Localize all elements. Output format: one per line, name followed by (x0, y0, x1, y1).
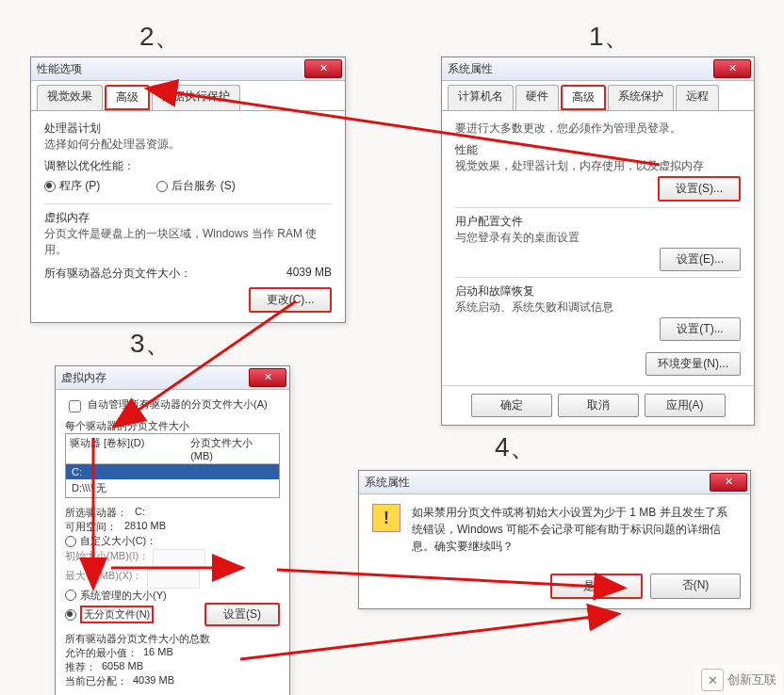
dialog-title: 系统属性 (448, 61, 493, 77)
set-button[interactable]: 设置(S) (204, 603, 280, 626)
titlebar: 虚拟内存 ✕ (56, 366, 289, 390)
max-size-label: 最大值(MB)(X)： (65, 569, 143, 589)
tab-advanced[interactable]: 高级 (105, 85, 150, 110)
close-icon[interactable]: ✕ (710, 473, 747, 492)
adjust-label: 调整以优化性能： (44, 158, 332, 174)
watermark-text: 创新互联 (727, 671, 776, 688)
cur-label: 当前已分配： (65, 674, 127, 688)
col-drive: 驱动器 [卷标](D) (66, 434, 187, 463)
free-space-label: 可用空间： (65, 520, 117, 534)
tab-hardware[interactable]: 硬件 (515, 85, 559, 110)
radio-custom-size[interactable]: 自定义大小(C)： (65, 534, 156, 548)
step-1-label: 1、 (589, 19, 630, 55)
min-value: 16 MB (143, 646, 173, 660)
selected-drive-value: C: (135, 506, 145, 520)
tab-dep[interactable]: 数据执行保护 (152, 85, 240, 110)
checkbox-auto-manage-input[interactable] (69, 400, 81, 412)
drive-row[interactable]: D:\\\\ 无 (66, 479, 279, 497)
tabs: 计算机名 硬件 高级 系统保护 远程 (442, 81, 754, 111)
titlebar: 系统属性 ✕ (442, 57, 754, 81)
settings-user-button[interactable]: 设置(E)... (660, 248, 741, 271)
change-button[interactable]: 更改(C)... (249, 287, 332, 313)
radio-programs-label: 程序 (P) (59, 178, 100, 194)
tab-remote[interactable]: 远程 (676, 85, 719, 110)
free-space-value: 2810 MB (124, 520, 166, 534)
dialog-system-properties: 系统属性 ✕ 计算机名 硬件 高级 系统保护 远程 要进行大多数更改，您必须作为… (441, 57, 755, 426)
dialog-performance-options: 性能选项 ✕ 视觉效果 高级 数据执行保护 处理器计划 选择如何分配处理器资源。… (30, 57, 346, 323)
close-icon[interactable]: ✕ (249, 368, 286, 387)
step-4-label: 4、 (495, 429, 536, 465)
tab-visual-effects[interactable]: 视觉效果 (37, 85, 103, 110)
summary-heading: 所有驱动器分页文件大小的总数 (65, 632, 280, 646)
env-vars-button[interactable]: 环境变量(N)... (645, 352, 741, 376)
tab-computer-name[interactable]: 计算机名 (448, 85, 514, 110)
processor-desc: 选择如何分配处理器资源。 (44, 137, 332, 153)
selected-drive-label: 所选驱动器： (65, 506, 127, 520)
radio-programs[interactable]: 程序 (P) (44, 178, 100, 194)
dialog-footer: 确定 取消 应用(A) (442, 385, 754, 425)
svg-line-6 (240, 617, 594, 659)
ok-button[interactable]: 确定 (471, 394, 552, 417)
virtual-memory-heading: 虚拟内存 (44, 210, 332, 226)
radio-no-paging-file-label: 无分页文件(N) (80, 606, 154, 623)
rec-value: 6058 MB (102, 660, 143, 674)
user-heading: 用户配置文件 (455, 214, 741, 230)
initial-size-label: 初始大小(MB)(I)： (65, 549, 149, 569)
perf-heading: 性能 (455, 142, 741, 158)
per-drive-label: 每个驱动器的分页文件大小 (65, 419, 280, 433)
dialog-title: 系统属性 (365, 475, 410, 491)
settings-startup-button[interactable]: 设置(T)... (660, 317, 741, 341)
tab-advanced[interactable]: 高级 (561, 85, 606, 110)
dialog-title: 性能选项 (37, 61, 82, 77)
startup-desc: 系统启动、系统失败和调试信息 (455, 299, 741, 315)
radio-custom-size-label: 自定义大小(C)： (80, 534, 156, 548)
watermark: ✕ 创新互联 (695, 665, 782, 695)
processor-heading: 处理器计划 (44, 121, 332, 137)
close-icon[interactable]: ✕ (713, 59, 751, 78)
tabs: 视觉效果 高级 数据执行保护 (31, 81, 345, 111)
dialog-confirm: 系统属性 ✕ ! 如果禁用分页文件或将初始大小设置为少于 1 MB 并且发生了系… (358, 470, 751, 609)
vm-total-value: 4039 MB (286, 266, 332, 282)
radio-services[interactable]: 后台服务 (S) (156, 178, 235, 194)
dialog-virtual-memory: 虚拟内存 ✕ 自动管理所有驱动器的分页文件大小(A) 每个驱动器的分页文件大小 … (55, 365, 290, 695)
apply-button[interactable]: 应用(A) (645, 394, 726, 417)
checkbox-auto-manage[interactable]: 自动管理所有驱动器的分页文件大小(A) (65, 397, 280, 415)
radio-system-managed[interactable]: 系统管理的大小(Y) (65, 589, 167, 603)
tab-system-protection[interactable]: 系统保护 (608, 85, 674, 110)
dialog-footer: 是(Y) 否(N) (359, 564, 750, 608)
rec-label: 推荐： (65, 660, 96, 674)
yes-button[interactable]: 是(Y) (550, 574, 643, 599)
min-label: 允许的最小值： (65, 646, 138, 660)
admin-note: 要进行大多数更改，您必须作为管理员登录。 (455, 121, 741, 137)
virtual-memory-desc: 分页文件是硬盘上的一块区域，Windows 当作 RAM 使用。 (44, 226, 332, 258)
radio-system-managed-label: 系统管理的大小(Y) (80, 589, 167, 603)
user-desc: 与您登录有关的桌面设置 (455, 230, 741, 246)
warning-icon: ! (372, 504, 400, 532)
titlebar: 系统属性 ✕ (359, 471, 750, 494)
confirm-message: 如果禁用分页文件或将初始大小设置为少于 1 MB 并且发生了系统错误，Windo… (412, 504, 737, 555)
step-3-label: 3、 (130, 326, 172, 362)
col-size: 分页文件大小 (MB) (187, 434, 279, 463)
no-button[interactable]: 否(N) (650, 574, 741, 599)
settings-performance-button[interactable]: 设置(S)... (658, 176, 741, 202)
titlebar: 性能选项 ✕ (31, 57, 345, 81)
radio-no-paging-file[interactable]: 无分页文件(N) (65, 606, 154, 623)
max-size-input (147, 569, 200, 589)
step-2-label: 2、 (139, 19, 181, 55)
initial-size-input (153, 549, 205, 569)
cancel-button[interactable]: 取消 (558, 394, 639, 417)
watermark-logo-icon: ✕ (701, 669, 724, 691)
cur-value: 4039 MB (133, 674, 174, 688)
perf-desc: 视觉效果，处理器计划，内存使用，以及虚拟内存 (455, 158, 741, 174)
dialog-title: 虚拟内存 (61, 370, 106, 386)
drive-list[interactable]: 驱动器 [卷标](D) 分页文件大小 (MB) C: D:\\\\ 无 (65, 433, 280, 498)
checkbox-auto-manage-label: 自动管理所有驱动器的分页文件大小(A) (88, 397, 268, 415)
radio-services-label: 后台服务 (S) (172, 178, 235, 194)
startup-heading: 启动和故障恢复 (455, 283, 741, 299)
close-icon[interactable]: ✕ (304, 59, 342, 78)
drive-row-selected[interactable]: C: (66, 464, 279, 479)
vm-total-label: 所有驱动器总分页文件大小： (44, 266, 191, 282)
